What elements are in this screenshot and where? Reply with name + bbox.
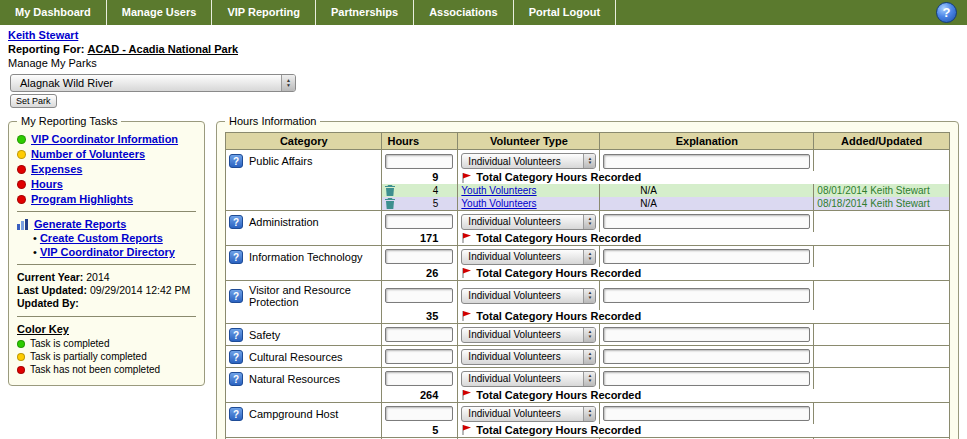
help-icon[interactable]: ?: [936, 2, 957, 23]
hours-input[interactable]: [385, 371, 453, 386]
category-row-administration: ? Administration Individual Volunteers ▲…: [226, 210, 950, 232]
volunteer-type-select[interactable]: Individual Volunteers ▲▼: [461, 288, 596, 304]
category-help-icon[interactable]: ?: [229, 350, 243, 364]
total-label: Total Category Hours Recorded: [476, 310, 641, 322]
category-help-icon[interactable]: ?: [229, 328, 243, 342]
nav-my-dashboard[interactable]: My Dashboard: [0, 0, 107, 25]
select-stepper-icon: ▲▼: [583, 328, 595, 342]
category-name: Natural Resources: [249, 373, 340, 385]
total-label: Total Category Hours Recorded: [476, 389, 641, 401]
divider: [17, 211, 196, 212]
category-help-icon[interactable]: ?: [229, 250, 243, 264]
status-dot-red-icon: [17, 195, 26, 204]
volunteer-type-select[interactable]: Individual Volunteers ▲▼: [461, 371, 596, 387]
volunteer-type-select[interactable]: Individual Volunteers ▲▼: [461, 327, 596, 343]
delete-trash-icon[interactable]: [385, 198, 395, 209]
hours-table: Category Hours Volunteer Type Explanatio…: [225, 132, 950, 439]
color-key-item: Task has not been completed: [17, 364, 196, 375]
category-help-icon[interactable]: ?: [229, 372, 243, 386]
select-stepper-icon: ▲▼: [583, 250, 595, 264]
reporting-for-label: Reporting For:: [8, 43, 84, 55]
category-help-icon[interactable]: ?: [229, 289, 243, 303]
total-label: Total Category Hours Recorded: [476, 267, 641, 279]
entry-volunteer-type-link[interactable]: Youth Volunteers: [461, 198, 536, 209]
category-row-safety: ? Safety Individual Volunteers ▲▼: [226, 323, 950, 345]
delete-trash-icon[interactable]: [385, 185, 395, 196]
explanation-input[interactable]: [603, 214, 810, 229]
volunteer-type-select[interactable]: Individual Volunteers ▲▼: [461, 349, 596, 365]
reporting-for-park-link[interactable]: ACAD - Acadia National Park: [87, 43, 238, 55]
hours-entry-row: 5 Youth Volunteers N/A 08/18/2014 Keith …: [226, 197, 950, 210]
task-program-highlights: Program Highlights: [17, 193, 196, 205]
explanation-input[interactable]: [603, 288, 810, 303]
volunteer-type-value: Individual Volunteers: [468, 156, 560, 167]
current-year-label: Current Year:: [17, 271, 83, 283]
entry-volunteer-type-link[interactable]: Youth Volunteers: [461, 185, 536, 196]
nav-vip-reporting[interactable]: VIP Reporting: [212, 0, 316, 25]
task-link[interactable]: VIP Coordinator Information: [31, 133, 178, 145]
red-flag-icon: [461, 232, 472, 243]
task-link[interactable]: Program Highlights: [31, 193, 133, 205]
hours-input[interactable]: [385, 288, 453, 303]
total-row-information-technology: 26 Total Category Hours Recorded: [226, 267, 950, 281]
status-dot-red-icon: [17, 180, 26, 189]
create-custom-reports-link[interactable]: Create Custom Reports: [40, 232, 163, 244]
task-link[interactable]: Number of Volunteers: [31, 148, 145, 160]
total-row-natural-resources: 264 Total Category Hours Recorded: [226, 389, 950, 403]
page-header: Keith Stewart Reporting For: ACAD - Acad…: [0, 25, 967, 108]
volunteer-type-select[interactable]: Individual Volunteers ▲▼: [461, 249, 596, 265]
color-key-item: Task is completed: [17, 338, 196, 349]
explanation-input[interactable]: [603, 327, 810, 342]
hours-input[interactable]: [385, 249, 453, 264]
red-flag-icon: [461, 310, 472, 321]
volunteer-type-value: Individual Volunteers: [468, 329, 560, 340]
hours-input[interactable]: [385, 154, 453, 169]
hours-input[interactable]: [385, 349, 453, 364]
explanation-input[interactable]: [603, 349, 810, 364]
category-help-icon[interactable]: ?: [229, 154, 243, 168]
hours-input[interactable]: [385, 327, 453, 342]
nav-partnerships[interactable]: Partnerships: [316, 0, 414, 25]
hours-table-header-row: Category Hours Volunteer Type Explanatio…: [226, 133, 950, 150]
volunteer-type-select[interactable]: Individual Volunteers ▲▼: [461, 406, 596, 422]
set-park-button[interactable]: Set Park: [10, 94, 57, 108]
total-row-visitor-resource-protection: 35 Total Category Hours Recorded: [226, 310, 950, 324]
task-link[interactable]: Hours: [31, 178, 63, 190]
explanation-input[interactable]: [603, 406, 810, 421]
volunteer-type-select[interactable]: Individual Volunteers ▲▼: [461, 153, 596, 169]
hours-information-panel: Hours Information Category Hours Volunte…: [216, 115, 959, 439]
color-key-label: Task is completed: [30, 338, 109, 349]
col-hours: Hours: [382, 133, 458, 150]
hours-input[interactable]: [385, 214, 453, 229]
total-row-administration: 171 Total Category Hours Recorded: [226, 232, 950, 246]
category-help-icon[interactable]: ?: [229, 215, 243, 229]
col-added-updated: Added/Updated: [814, 133, 950, 150]
nav-manage-users[interactable]: Manage Users: [107, 0, 213, 25]
hours-input[interactable]: [385, 406, 453, 421]
task-link[interactable]: Expenses: [31, 163, 82, 175]
explanation-input[interactable]: [603, 249, 810, 264]
vip-coordinator-directory-link[interactable]: VIP Coordinator Directory: [40, 246, 175, 258]
col-category: Category: [226, 133, 382, 150]
red-flag-icon: [461, 424, 472, 435]
category-name: Campground Host: [249, 408, 338, 420]
category-name: Safety: [249, 329, 280, 341]
volunteer-type-value: Individual Volunteers: [468, 408, 560, 419]
volunteer-type-value: Individual Volunteers: [468, 290, 560, 301]
user-name-link[interactable]: Keith Stewart: [8, 29, 78, 41]
category-help-icon[interactable]: ?: [229, 407, 243, 421]
explanation-input[interactable]: [603, 154, 810, 169]
nav-associations[interactable]: Associations: [414, 0, 513, 25]
entry-added-updated: 08/18/2014 Keith Stewart: [814, 197, 950, 210]
generate-reports-link[interactable]: Generate Reports: [34, 218, 126, 230]
red-flag-icon: [461, 267, 472, 278]
total-label: Total Category Hours Recorded: [476, 424, 641, 436]
status-dot-red-icon: [17, 165, 26, 174]
volunteer-type-value: Individual Volunteers: [468, 216, 560, 227]
nav-portal-logout[interactable]: Portal Logout: [514, 0, 617, 25]
explanation-input[interactable]: [603, 371, 810, 386]
category-row-visitor-resource-protection: ? Visitor and Resource Protection Indivi…: [226, 280, 950, 310]
task-vip-coordinator-info: VIP Coordinator Information: [17, 133, 196, 145]
park-select[interactable]: Alagnak Wild River ▲ ▼: [10, 74, 296, 92]
volunteer-type-select[interactable]: Individual Volunteers ▲▼: [461, 214, 596, 230]
